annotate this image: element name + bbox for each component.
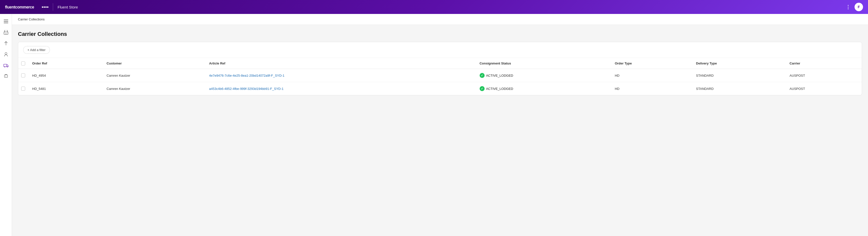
article-ref-link[interactable]: a453c4b6-4852-4fbe-999f-3293d194bb91-F_S… xyxy=(209,87,284,91)
svg-rect-7 xyxy=(3,64,6,67)
svg-text:fluentcommerce: fluentcommerce xyxy=(5,5,34,9)
row-consignment-status: ✓ ACTIVE_LODGED xyxy=(476,82,611,95)
svg-rect-5 xyxy=(5,33,6,34)
col-order-type: Order Type xyxy=(611,58,692,69)
col-order-ref: Order Ref xyxy=(28,58,103,69)
sidebar-store-icon[interactable] xyxy=(1,28,10,37)
row-checkbox-0[interactable] xyxy=(21,73,25,77)
header-checkbox-cell xyxy=(18,58,28,69)
page-title: Carrier Collections xyxy=(18,31,862,37)
page-content: Carrier Collections + Add a filter Order… xyxy=(12,25,868,101)
row-order-ref: HD_5481 xyxy=(28,82,103,95)
filter-bar: + Add a filter xyxy=(18,42,862,58)
sidebar-delivery-icon[interactable] xyxy=(1,61,10,70)
row-checkbox-cell xyxy=(18,82,28,95)
row-carrier: AUSPOST xyxy=(785,82,862,95)
more-options-button[interactable]: ⋮ xyxy=(845,4,851,10)
sidebar-orders-icon[interactable] xyxy=(1,39,10,48)
sidebar-alert-icon[interactable]: ! xyxy=(1,72,10,81)
svg-point-6 xyxy=(5,53,7,55)
svg-rect-2 xyxy=(4,21,8,22)
breadcrumb-text: Carrier Collections xyxy=(18,18,44,21)
sidebar: ! xyxy=(0,14,12,236)
table-row: HD_4954 Camren Kautzer 4e7e9476-7c6e-4e2… xyxy=(18,69,862,82)
row-checkbox-cell xyxy=(18,69,28,82)
status-badge: ✓ ACTIVE_LODGED xyxy=(479,73,513,78)
sidebar-menu-icon[interactable] xyxy=(1,17,10,26)
status-label: ACTIVE_LODGED xyxy=(486,87,513,91)
col-consignment-status: Consignment Status xyxy=(476,58,611,69)
svg-rect-3 xyxy=(4,23,8,23)
row-article-ref: 4e7e9476-7c6e-4e25-8ea1-20bd14072a9f-F_S… xyxy=(205,69,476,82)
sidebar-user-icon[interactable] xyxy=(1,50,10,59)
article-ref-link[interactable]: 4e7e9476-7c6e-4e25-8ea1-20bd14072a9f-F_S… xyxy=(209,74,284,77)
navbar: fluentcommerce Fluent Store ⋮ F xyxy=(0,0,868,14)
navbar-right: ⋮ F xyxy=(845,3,863,11)
row-checkbox-1[interactable] xyxy=(21,87,25,91)
row-delivery-type: STANDARD xyxy=(692,82,785,95)
add-filter-button[interactable]: + Add a filter xyxy=(23,46,50,54)
row-customer: Camren Kautzer xyxy=(103,69,205,82)
status-check-icon: ✓ xyxy=(479,86,485,91)
row-consignment-status: ✓ ACTIVE_LODGED xyxy=(476,69,611,82)
status-label: ACTIVE_LODGED xyxy=(486,74,513,77)
row-order-type: HD xyxy=(611,82,692,95)
row-order-ref: HD_4954 xyxy=(28,69,103,82)
brand-logo: fluentcommerce xyxy=(5,4,49,9)
col-delivery-type: Delivery Type xyxy=(692,58,785,69)
row-order-type: HD xyxy=(611,69,692,82)
table-header-row: Order Ref Customer Article Ref Consignme… xyxy=(18,58,862,69)
row-article-ref: a453c4b6-4852-4fbe-999f-3293d194bb91-F_S… xyxy=(205,82,476,95)
row-customer: Camren Kautzer xyxy=(103,82,205,95)
navbar-divider xyxy=(53,3,53,11)
row-delivery-type: STANDARD xyxy=(692,69,785,82)
svg-rect-1 xyxy=(4,20,8,20)
svg-text:!: ! xyxy=(5,75,6,77)
user-avatar-button[interactable]: F xyxy=(855,3,863,11)
table-row: HD_5481 Camren Kautzer a453c4b6-4852-4fb… xyxy=(18,82,862,95)
col-customer: Customer xyxy=(103,58,205,69)
col-carrier: Carrier xyxy=(785,58,862,69)
logo-svg: fluentcommerce xyxy=(5,4,40,9)
carrier-collections-card: + Add a filter Order Ref Customer Articl… xyxy=(18,42,862,95)
breadcrumb: Carrier Collections xyxy=(12,14,868,25)
main-content: Carrier Collections Carrier Collections … xyxy=(12,14,868,236)
carrier-collections-table: Order Ref Customer Article Ref Consignme… xyxy=(18,58,862,95)
logo-grid-icon xyxy=(42,6,49,8)
select-all-checkbox[interactable] xyxy=(21,62,25,65)
row-carrier: AUSPOST xyxy=(785,69,862,82)
store-name: Fluent Store xyxy=(58,5,78,9)
col-article-ref: Article Ref xyxy=(205,58,476,69)
status-badge: ✓ ACTIVE_LODGED xyxy=(479,86,513,91)
status-check-icon: ✓ xyxy=(479,73,485,78)
